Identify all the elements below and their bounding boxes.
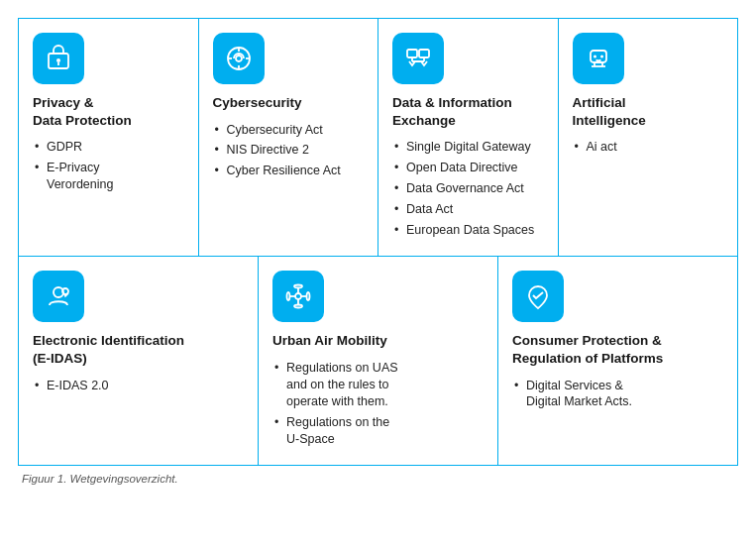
grid-row-1: Electronic Identification(E-IDAS)E-IDAS … <box>19 257 737 465</box>
svg-rect-10 <box>419 50 429 57</box>
ai-title: ArtificialIntelligence <box>573 94 724 129</box>
svg-point-25 <box>287 292 290 300</box>
list-item: Single Digital Gateway <box>392 139 544 156</box>
list-item: Data Act <box>392 201 544 218</box>
cell-ai: ArtificialIntelligenceAi act <box>559 19 738 256</box>
list-item: European Data Spaces <box>392 222 544 239</box>
cell-consumer: Consumer Protection &Regulation of Platf… <box>498 257 737 465</box>
privacy-title: Privacy &Data Protection <box>33 94 184 129</box>
list-item: Ai act <box>573 139 724 156</box>
svg-point-21 <box>294 285 302 288</box>
cell-eidas: Electronic Identification(E-IDAS)E-IDAS … <box>19 257 259 465</box>
consumer-title: Consumer Protection &Regulation of Platf… <box>512 332 723 367</box>
ai-icon <box>573 33 624 84</box>
main-grid: Privacy &Data ProtectionGDPRE-PrivacyVer… <box>18 18 738 466</box>
uam-list: Regulations on UASand on the rules toope… <box>272 360 484 447</box>
svg-rect-9 <box>407 50 417 57</box>
eidas-title: Electronic Identification(E-IDAS) <box>33 332 244 367</box>
svg-point-19 <box>295 293 301 299</box>
figure-caption: Figuur 1. Wetgevingsoverzicht. <box>18 466 738 487</box>
svg-point-27 <box>307 292 310 300</box>
privacy-icon <box>33 33 84 84</box>
eidas-icon <box>33 271 84 322</box>
list-item: NIS Directive 2 <box>213 142 365 159</box>
consumer-icon <box>512 271 564 322</box>
ai-list: Ai act <box>573 139 724 156</box>
cybersecurity-list: Cybersecurity ActNIS Directive 2Cyber Re… <box>213 122 365 180</box>
cybersecurity-title: Cybersecurity <box>213 94 365 112</box>
grid-row-0: Privacy &Data ProtectionGDPRE-PrivacyVer… <box>19 19 737 257</box>
list-item: Open Data Directive <box>392 160 544 176</box>
list-item: Cybersecurity Act <box>213 122 365 139</box>
svg-point-1 <box>56 58 60 62</box>
svg-point-23 <box>294 305 302 308</box>
data-exchange-icon <box>392 33 444 84</box>
list-item: Cyber Resilience Act <box>213 163 365 179</box>
svg-point-4 <box>236 55 242 61</box>
cell-uam: Urban Air MobilityRegulations on UASand … <box>259 257 498 465</box>
list-item: Digital Services &Digital Market Acts. <box>512 378 723 411</box>
data-exchange-title: Data & InformationExchange <box>392 94 544 129</box>
cell-data-exchange: Data & InformationExchangeSingle Digital… <box>378 19 559 256</box>
uam-icon <box>272 271 324 322</box>
list-item: E-IDAS 2.0 <box>33 378 244 394</box>
consumer-list: Digital Services &Digital Market Acts. <box>512 378 723 411</box>
cell-cybersecurity: CybersecurityCybersecurity ActNIS Direct… <box>199 19 379 256</box>
cell-privacy: Privacy &Data ProtectionGDPRE-PrivacyVer… <box>19 19 199 256</box>
list-item: Regulations on theU-Space <box>272 414 484 448</box>
eidas-list: E-IDAS 2.0 <box>33 378 244 394</box>
data-exchange-list: Single Digital GatewayOpen Data Directiv… <box>392 139 544 238</box>
list-item: Data Governance Act <box>392 180 544 197</box>
svg-point-15 <box>594 55 596 58</box>
svg-point-16 <box>600 55 603 58</box>
list-item: E-PrivacyVerordening <box>33 160 184 193</box>
cybersecurity-icon <box>213 33 265 84</box>
list-item: Regulations on UASand on the rules toope… <box>272 360 484 410</box>
privacy-list: GDPRE-PrivacyVerordening <box>33 139 184 193</box>
uam-title: Urban Air Mobility <box>272 332 484 350</box>
list-item: GDPR <box>33 139 184 156</box>
